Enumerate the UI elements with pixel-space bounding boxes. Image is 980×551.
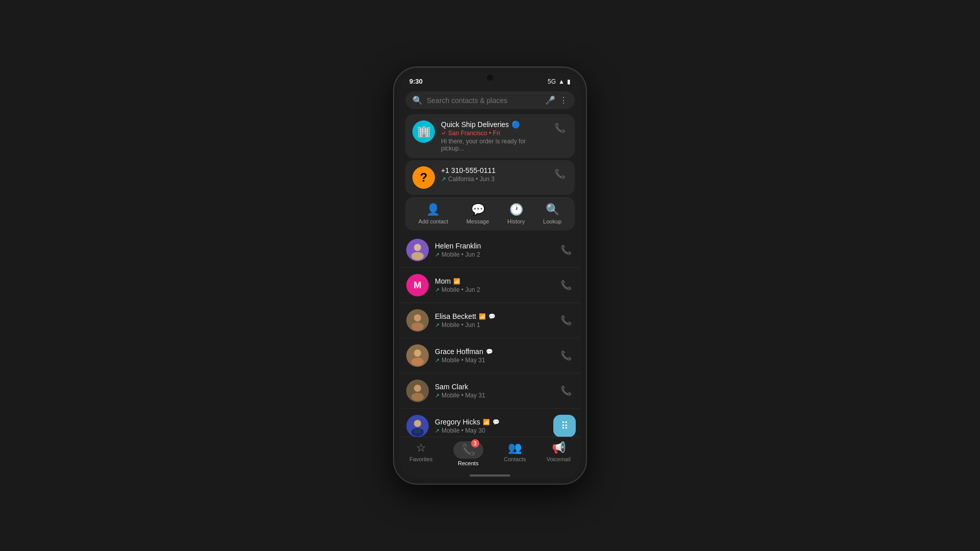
grace-name: Grace Hoffman 💬 (435, 347, 552, 356)
quick-actions-bar: 👤 Add contact 💬 Message 🕐 History 🔍 Look… (405, 197, 575, 231)
unknown-avatar: ? (412, 166, 435, 189)
add-contact-icon: 👤 (426, 203, 440, 216)
contact-grace-hoffman[interactable]: Grace Hoffman 💬 ↗ Mobile • May 31 📞 (399, 338, 581, 373)
wifi-icon-elisa: 📶 (479, 313, 486, 320)
dialpad-fab[interactable]: ⠿ (553, 415, 576, 437)
voicemail-icon: 📢 (552, 441, 566, 455)
add-contact-label: Add contact (419, 218, 448, 224)
contact-gregory-hicks[interactable]: Gregory Hicks 📶 💬 ↗ Mobile • May 30 ⠿ (399, 409, 581, 437)
contact-sam-clark[interactable]: Sam Clark ↗ Mobile • May 31 📞 (399, 373, 581, 409)
call-sam[interactable]: 📞 (558, 383, 574, 398)
outgoing-arrow-unknown: ↗ (441, 176, 446, 183)
add-contact-action[interactable]: 👤 Add contact (419, 203, 448, 224)
call-elisa[interactable]: 📞 (558, 313, 574, 328)
more-options-icon[interactable]: ⋮ (559, 95, 568, 105)
svg-point-4 (414, 314, 421, 321)
nav-favorites[interactable]: ☆ Favorites (401, 441, 440, 466)
battery-icon: ▮ (567, 78, 571, 85)
sam-detail: ↗ Mobile • May 31 (435, 392, 552, 399)
elisa-photo (406, 309, 429, 332)
status-bar: 9:30 5G ▲ ▮ (399, 72, 581, 88)
recents-active-bg: 📞 3 (453, 441, 483, 459)
grace-detail: ↗ Mobile • May 31 (435, 357, 552, 364)
quick-ship-card[interactable]: 🏢 Quick Ship Deliveries 🔵 ⤶ San Francisc… (405, 114, 575, 158)
call-mom[interactable]: 📞 (558, 278, 574, 293)
quick-ship-info: Quick Ship Deliveries 🔵 ⤶ San Francisco … (441, 120, 546, 152)
wifi-signal-icon: ▲ (558, 78, 565, 85)
unknown-number-card[interactable]: ? +1 310-555-0111 ↗ California • Jun 3 📞 (405, 160, 575, 195)
lookup-icon: 🔍 (546, 203, 559, 216)
call-grace[interactable]: 📞 (558, 348, 574, 363)
svg-point-8 (411, 358, 424, 366)
message-icon: 💬 (471, 203, 485, 216)
nav-contacts[interactable]: 👥 Contacts (496, 441, 534, 466)
mic-icon[interactable]: 🎤 (545, 95, 555, 105)
recents-label: Recents (458, 460, 478, 466)
gregory-photo (406, 415, 429, 437)
history-action[interactable]: 🕐 History (507, 203, 525, 224)
contact-elisa-beckett[interactable]: Elisa Beckett 📶 💬 ↗ Mobile • Jun 1 📞 (399, 303, 581, 338)
outgoing-icon-sam: ↗ (435, 392, 439, 399)
lookup-action[interactable]: 🔍 Lookup (543, 203, 561, 224)
mom-avatar: M (406, 274, 429, 296)
outgoing-icon-grace: ↗ (435, 357, 439, 364)
helen-info: Helen Franklin ↗ Mobile • Jun 2 (435, 242, 552, 258)
status-time: 9:30 (409, 78, 423, 85)
history-label: History (507, 218, 525, 224)
favorites-icon: ☆ (416, 441, 426, 455)
bottom-nav: ☆ Favorites 📞 3 Recents 👥 Contacts 📢 Voi… (399, 437, 581, 474)
svg-rect-15 (414, 429, 421, 433)
svg-point-2 (411, 252, 424, 260)
wifi-icon-gregory: 📶 (483, 419, 490, 425)
nav-voicemail[interactable]: 📢 Voicemail (538, 441, 579, 466)
svg-point-1 (414, 244, 421, 251)
recents-badge: 3 (471, 439, 479, 447)
msg-icon-grace: 💬 (486, 348, 493, 355)
unknown-call-detail: ↗ California • Jun 3 (441, 176, 546, 183)
svg-point-11 (411, 393, 424, 401)
sam-avatar (406, 380, 429, 402)
helen-avatar (406, 239, 429, 261)
unknown-call-info: +1 310-555-0111 ↗ California • Jun 3 (441, 166, 546, 183)
mom-info: Mom 📶 ↗ Mobile • Jun 2 (435, 277, 552, 293)
search-input[interactable] (427, 96, 541, 105)
quick-ship-avatar: 🏢 (412, 120, 435, 143)
helen-detail: ↗ Mobile • Jun 2 (435, 251, 552, 258)
gregory-avatar (406, 415, 429, 437)
quick-ship-location: ⤶ San Francisco • Fri (441, 130, 546, 137)
location-icon: ⤶ (441, 130, 446, 137)
outgoing-icon-mom: ↗ (435, 287, 439, 293)
signal-icon: 5G (548, 78, 556, 85)
call-button-unknown[interactable]: 📞 (552, 166, 568, 182)
quick-ship-message: Hi there, your order is ready for pickup… (441, 138, 546, 152)
grace-photo (406, 344, 429, 367)
sam-photo (406, 380, 429, 402)
svg-point-5 (411, 322, 424, 331)
search-icon: 🔍 (412, 95, 423, 105)
helen-name: Helen Franklin (435, 242, 552, 250)
contacts-label: Contacts (504, 456, 526, 462)
wifi-icon-mom: 📶 (453, 278, 460, 285)
sam-name: Sam Clark (435, 383, 552, 391)
unknown-number: +1 310-555-0111 (441, 166, 546, 174)
call-helen[interactable]: 📞 (558, 242, 574, 258)
contact-mom[interactable]: M Mom 📶 ↗ Mobile • Jun 2 📞 (399, 268, 581, 303)
camera-notch (487, 74, 493, 81)
msg-icon-elisa: 💬 (488, 313, 496, 320)
svg-point-13 (414, 420, 421, 427)
call-button-quick-ship[interactable]: 📞 (552, 120, 568, 136)
mom-detail: ↗ Mobile • Jun 2 (435, 286, 552, 293)
mom-name: Mom 📶 (435, 277, 552, 285)
nav-recents[interactable]: 📞 3 Recents (445, 441, 492, 466)
search-bar[interactable]: 🔍 🎤 ⋮ (405, 91, 575, 109)
elisa-name: Elisa Beckett 📶 💬 (435, 312, 552, 320)
phone-frame: 9:30 5G ▲ ▮ 🔍 🎤 ⋮ 🏢 (393, 66, 587, 485)
phone-screen: 9:30 5G ▲ ▮ 🔍 🎤 ⋮ 🏢 (399, 72, 581, 479)
sam-info: Sam Clark ↗ Mobile • May 31 (435, 383, 552, 399)
voicemail-label: Voicemail (547, 456, 571, 462)
contact-helen-franklin[interactable]: Helen Franklin ↗ Mobile • Jun 2 📞 (399, 233, 581, 268)
outgoing-icon-elisa: ↗ (435, 322, 439, 329)
message-action[interactable]: 💬 Message (467, 203, 489, 224)
elisa-detail: ↗ Mobile • Jun 1 (435, 321, 552, 329)
outgoing-icon-helen: ↗ (435, 252, 439, 258)
